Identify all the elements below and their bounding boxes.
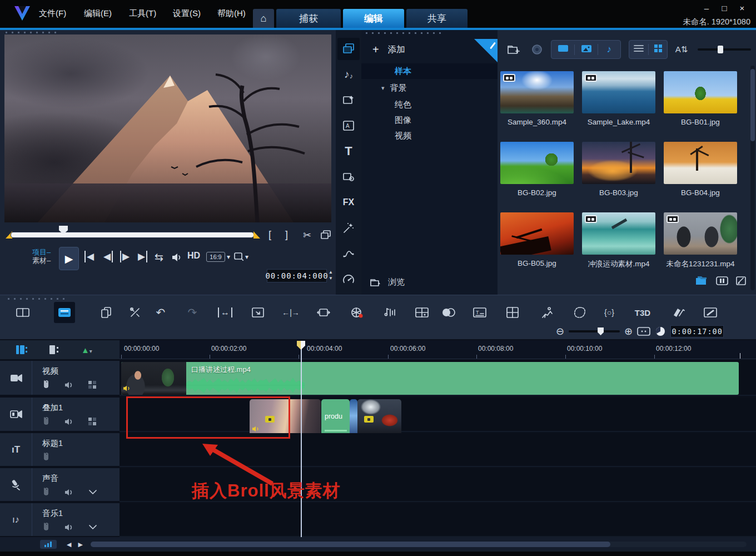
- minimize-button[interactable]: –: [700, 3, 713, 13]
- scrubber-bar[interactable]: [11, 232, 253, 237]
- enlarge-preview-button[interactable]: [321, 230, 331, 242]
- tab-home[interactable]: ⌂: [253, 9, 274, 28]
- close-button[interactable]: ×: [736, 3, 748, 13]
- timeline-zoom-slider[interactable]: [569, 330, 620, 332]
- multicam-button[interactable]: [411, 302, 432, 323]
- slider-thumb[interactable]: [718, 46, 723, 53]
- thumbnail-size-slider[interactable]: [698, 48, 751, 51]
- go-start-button[interactable]: ◀: [84, 251, 94, 262]
- blend-mode-button[interactable]: [438, 302, 459, 323]
- category-media-button[interactable]: [337, 38, 360, 60]
- ripple-link-icon[interactable]: [42, 380, 50, 390]
- painting-creator-button[interactable]: [700, 302, 721, 323]
- capture-snapshot-button[interactable]: [529, 40, 545, 59]
- tree-item-video[interactable]: 视频: [361, 128, 498, 143]
- mute-track-icon[interactable]: [64, 523, 74, 532]
- track-render-icon[interactable]: [88, 418, 96, 425]
- ripple-link-icon[interactable]: [42, 416, 50, 426]
- ripple-link-icon[interactable]: [42, 487, 50, 497]
- track-height-button[interactable]: [40, 540, 57, 549]
- library-item[interactable]: BG-B04.jpg: [664, 142, 737, 197]
- video-clip[interactable]: 口播讲述过程.mp4: [121, 362, 739, 395]
- video-track-content[interactable]: 口播讲述过程.mp4: [120, 361, 756, 396]
- mark-out-button[interactable]: ]: [285, 229, 288, 241]
- media-thumbnail[interactable]: [582, 142, 655, 184]
- track-header-title1[interactable]: ıT 标题1: [0, 433, 120, 467]
- filter-audio-button[interactable]: ♪: [598, 44, 620, 55]
- add-track-button[interactable]: ▲▾: [81, 345, 92, 355]
- category-title-button[interactable]: T: [337, 140, 360, 162]
- category-speed-button[interactable]: [337, 268, 360, 290]
- category-fx-button[interactable]: FX: [337, 191, 360, 214]
- tree-item-sample[interactable]: 样本: [361, 63, 498, 79]
- media-thumbnail[interactable]: [500, 212, 574, 255]
- panel-drag-handle[interactable]: [8, 298, 69, 300]
- media-thumbnail[interactable]: [500, 142, 574, 184]
- track-render-icon[interactable]: [88, 381, 96, 389]
- preview-video[interactable]: [4, 34, 331, 222]
- menu-edit[interactable]: 编辑(E): [84, 8, 112, 19]
- media-thumbnail[interactable]: [664, 71, 737, 113]
- timeline-view-button[interactable]: [54, 302, 75, 323]
- timeline-playhead[interactable]: [301, 341, 302, 537]
- media-thumbnail[interactable]: [582, 71, 655, 113]
- music-track-content[interactable]: [120, 503, 756, 537]
- hscrollbar-thumb[interactable]: [91, 542, 610, 547]
- ripple-edit-button[interactable]: ↔: [215, 302, 236, 323]
- add-button[interactable]: + 添加: [372, 43, 405, 56]
- library-item[interactable]: BG-B01.jpg: [664, 71, 737, 126]
- category-filter-wand-button[interactable]: [337, 217, 360, 239]
- track-header-video[interactable]: 视频: [0, 361, 120, 396]
- mask-frame-button[interactable]: [569, 302, 590, 323]
- track-transparency-button[interactable]: {○}: [599, 302, 620, 323]
- redo-button[interactable]: ↷: [182, 302, 203, 323]
- track-display-button[interactable]: [49, 344, 62, 355]
- motion-tracking-button[interactable]: [536, 302, 558, 323]
- edit-info-button[interactable]: [736, 276, 746, 285]
- track-manager-button[interactable]: [16, 344, 30, 355]
- tree-item-image[interactable]: 图像: [361, 112, 498, 128]
- zoom-out-button[interactable]: ⊖: [556, 325, 564, 337]
- library-item[interactable]: BG-B03.jpg: [582, 142, 655, 197]
- aspect-ratio-button[interactable]: 16:9: [206, 252, 225, 262]
- tools-button[interactable]: [125, 302, 146, 323]
- zoom-in-button[interactable]: ⊕: [624, 325, 633, 337]
- library-item[interactable]: Sample_Lake.mp4: [582, 71, 655, 126]
- subtitle-editor-button[interactable]: T: [469, 302, 490, 323]
- ripple-link-icon[interactable]: [42, 522, 50, 532]
- overlay-clip-broll-4[interactable]: [357, 399, 401, 436]
- hd-toggle-button[interactable]: HD: [187, 251, 200, 261]
- tree-item-background[interactable]: ▾ 背景: [361, 80, 498, 96]
- mute-track-icon[interactable]: [64, 381, 74, 389]
- fit-project-button[interactable]: [247, 302, 268, 323]
- mark-in-button[interactable]: [: [268, 229, 271, 241]
- tab-edit[interactable]: 编辑: [343, 9, 404, 28]
- mute-track-icon[interactable]: [64, 418, 74, 426]
- fit-timeline-button[interactable]: [637, 327, 650, 336]
- track-header-voice[interactable]: 声音: [0, 468, 120, 502]
- preview-timecode[interactable]: 00:00:04:000: [267, 269, 327, 282]
- trim-end-handle[interactable]: [253, 231, 260, 239]
- library-item[interactable]: BG-B02.jpg: [500, 142, 574, 197]
- grid-view-button[interactable]: [648, 44, 667, 55]
- menu-file[interactable]: 文件(F): [39, 8, 66, 19]
- zoom-dropdown-arrow[interactable]: ▾: [245, 253, 248, 261]
- library-item[interactable]: Sample_360.mp4: [500, 71, 574, 126]
- media-thumbnail[interactable]: [500, 71, 574, 113]
- filter-photo-button[interactable]: [574, 44, 597, 55]
- filter-video-button[interactable]: [551, 44, 574, 54]
- media-thumbnail[interactable]: [582, 212, 655, 255]
- timeline-ruler[interactable]: 00:00:00:00 00:00:02:00 00:00:04:00 00:0…: [120, 340, 756, 359]
- mask-creator-button[interactable]: [668, 302, 689, 323]
- tab-share[interactable]: 共享: [406, 9, 467, 28]
- mute-track-icon[interactable]: [64, 488, 74, 497]
- tree-item-solid-color[interactable]: 纯色: [361, 97, 498, 112]
- split-clip-scissors-button[interactable]: ✂: [303, 229, 311, 241]
- play-button[interactable]: ▶: [59, 247, 79, 270]
- clip-mode-label[interactable]: 素材–: [32, 256, 51, 265]
- panel-drag-handle[interactable]: [366, 32, 444, 34]
- ripple-link-icon[interactable]: [42, 452, 50, 462]
- zoom-slider-thumb[interactable]: [598, 327, 604, 335]
- library-item[interactable]: 未命名1231231.mp4: [664, 212, 737, 269]
- library-item[interactable]: 冲浪运动素材.mp4: [582, 212, 655, 269]
